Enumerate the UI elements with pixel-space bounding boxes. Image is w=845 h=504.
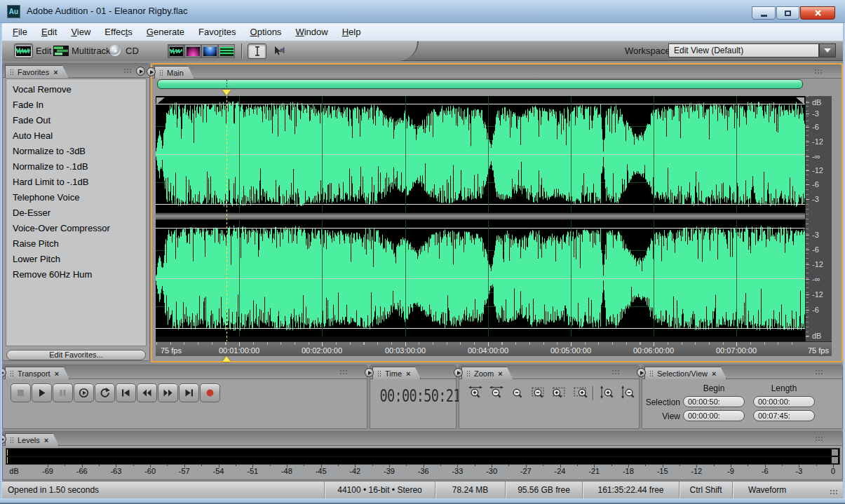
playhead-line[interactable]: [227, 96, 227, 341]
playhead-marker-top[interactable]: [222, 90, 231, 95]
menu-item-options[interactable]: Options: [243, 23, 289, 41]
zoom-out-horizontal-button[interactable]: [487, 386, 506, 401]
clip-indicator-bottom[interactable]: [832, 457, 838, 463]
tab-time[interactable]: Time: [372, 367, 421, 379]
edit-view-button[interactable]: [14, 43, 33, 58]
maximize-button[interactable]: [776, 6, 799, 20]
favorite-item[interactable]: Lower Pitch: [6, 252, 146, 267]
panel-menu-button[interactable]: [454, 368, 463, 377]
multitrack-view-label[interactable]: Multitrack: [72, 46, 111, 56]
workspace-dropdown-arrow[interactable]: [819, 43, 836, 57]
levels-scale-label: -21: [583, 467, 605, 475]
menu-item-effects[interactable]: Effects: [97, 23, 140, 41]
transport-go-to-beginning-button[interactable]: [116, 383, 136, 402]
menu-item-file[interactable]: File: [6, 23, 34, 41]
playhead-marker-bottom[interactable]: [222, 356, 231, 362]
overview-bar[interactable]: [157, 79, 803, 89]
favorite-item[interactable]: Auto Heal: [6, 128, 146, 144]
zoom-to-selection-button[interactable]: [529, 386, 548, 401]
tab-close-icon[interactable]: [406, 370, 410, 377]
tab-levels[interactable]: Levels: [5, 433, 59, 446]
transport-pause-button[interactable]: [53, 383, 73, 402]
favorite-item[interactable]: Voice-Over Compressor: [6, 221, 146, 236]
zoom-in-right-edge-button[interactable]: [572, 386, 590, 401]
favorite-item[interactable]: Hard Limit to -.1dB: [6, 175, 146, 190]
tab-close-icon[interactable]: [55, 370, 59, 377]
tab-close-icon[interactable]: [53, 69, 58, 76]
spectral-phase-button[interactable]: [218, 44, 235, 58]
time-selection-tool-button[interactable]: [248, 43, 266, 59]
channel-divider[interactable]: [156, 212, 805, 220]
db-ruler-tick: [806, 199, 809, 200]
panel-menu-button[interactable]: [147, 67, 156, 76]
menu-item-window[interactable]: Window: [288, 23, 334, 41]
transport-play-button[interactable]: [32, 383, 52, 402]
clip-indicator-top[interactable]: [832, 449, 838, 456]
timeline-ruler[interactable]: 75 fps 75 fps 00:01:00:0000:02:00:0000:0…: [156, 341, 832, 356]
zoom-out-full-button[interactable]: [508, 386, 527, 401]
favorite-item[interactable]: Normalize to -3dB: [6, 144, 146, 159]
menu-item-view[interactable]: View: [64, 23, 97, 41]
waveform-left-channel[interactable]: [156, 96, 805, 212]
tab-close-icon[interactable]: [712, 370, 716, 377]
favorite-item[interactable]: Raise Pitch: [6, 236, 146, 252]
favorite-item[interactable]: De-Esser: [6, 205, 146, 221]
time-display[interactable]: 00:00:50:21: [379, 386, 446, 406]
close-button[interactable]: [800, 6, 835, 20]
edit-view-label[interactable]: Edit: [36, 46, 51, 56]
selection-handle-right[interactable]: [796, 97, 804, 104]
tab-transport[interactable]: Transport: [5, 367, 69, 379]
view-begin-field[interactable]: 00:00:00:: [683, 410, 745, 421]
tab-selection-view[interactable]: Selection/View: [644, 367, 726, 379]
panel-menu-button[interactable]: [365, 368, 374, 377]
favorite-item[interactable]: Remove 60Hz Hum: [6, 267, 146, 282]
edit-favorites-button[interactable]: Edit Favorites...: [6, 350, 146, 360]
waveform-right-channel[interactable]: [156, 220, 805, 336]
panel-menu-button[interactable]: [136, 67, 145, 76]
spectral-frequency-button[interactable]: [184, 44, 201, 58]
menu-item-favorites[interactable]: Favorites: [191, 23, 243, 41]
zoom-in-horizontal-button[interactable]: [466, 386, 485, 401]
tab-close-icon[interactable]: [498, 370, 502, 377]
minimize-button[interactable]: [752, 6, 776, 20]
transport-record-button[interactable]: [200, 383, 220, 402]
menu-item-edit[interactable]: Edit: [34, 23, 64, 41]
transport-go-to-end-button[interactable]: [179, 383, 199, 402]
menu-item-generate[interactable]: Generate: [140, 23, 191, 41]
zoom-in-vertical-button[interactable]: [598, 386, 616, 401]
transport-stop-button[interactable]: [11, 383, 31, 402]
overview-playhead[interactable]: [227, 80, 227, 88]
waveform-display-button[interactable]: [168, 44, 184, 58]
scrub-tool-button[interactable]: [269, 43, 288, 59]
tab-zoom[interactable]: Zoom: [461, 367, 513, 379]
transport-loop-button[interactable]: [95, 383, 115, 402]
zoom-out-vertical-button[interactable]: [619, 386, 637, 401]
transport-play-looped-button[interactable]: [74, 383, 94, 402]
favorite-item[interactable]: Vocal Remove: [6, 82, 146, 97]
selection-handle-left[interactable]: [156, 97, 165, 104]
tab-favorites[interactable]: Favorites: [5, 65, 69, 78]
panel-menu-button[interactable]: [637, 368, 646, 377]
selection-length-field[interactable]: 00:00:00:: [753, 396, 815, 407]
view-length-field[interactable]: 00:07:45:: [753, 410, 815, 421]
transport-rewind-button[interactable]: [137, 383, 157, 402]
multitrack-view-button[interactable]: [53, 45, 69, 57]
favorite-item[interactable]: Telephone Voice: [6, 190, 146, 205]
app-icon[interactable]: Au: [7, 5, 20, 18]
tab-main[interactable]: Main: [154, 66, 194, 79]
tab-close-icon[interactable]: [44, 437, 48, 444]
favorite-item[interactable]: Fade In: [6, 97, 146, 113]
transport-fast-forward-button[interactable]: [158, 383, 178, 402]
menu-item-help[interactable]: Help: [335, 23, 368, 41]
selection-begin-field[interactable]: 00:00:50:: [683, 396, 745, 407]
zoom-in-left-edge-button[interactable]: [550, 386, 569, 401]
title-bar[interactable]: Au Adobe Audition - 01 - Eleanor Rigby.f…: [0, 0, 845, 23]
cd-view-button[interactable]: [109, 45, 121, 56]
amplitude-ruler[interactable]: dB-3-6-12-∞-12-6-3-3-6-12-∞-12-6dB: [805, 96, 832, 341]
favorite-item[interactable]: Fade Out: [6, 113, 146, 128]
workspace-select[interactable]: Edit View (Default): [668, 43, 819, 57]
cd-view-label[interactable]: CD: [126, 46, 139, 56]
level-meter[interactable]: [6, 448, 840, 465]
favorite-item[interactable]: Normalize to -.1dB: [6, 159, 146, 175]
spectral-pan-button[interactable]: [201, 44, 218, 58]
